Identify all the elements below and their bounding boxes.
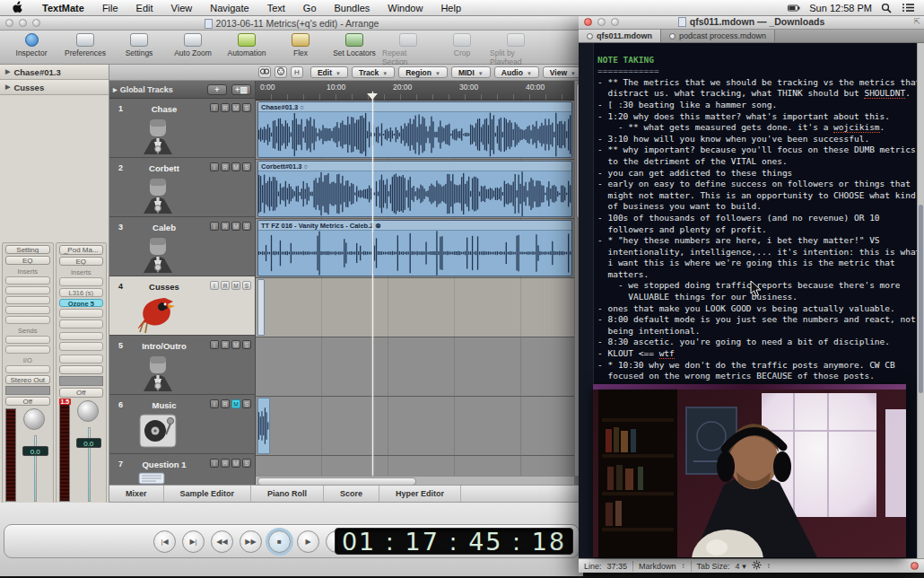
insert-slot-empty[interactable] [5,296,50,304]
automation-button[interactable]: Automation [221,33,273,57]
input-monitor-button[interactable]: I [210,459,219,468]
inspector-disclosure-chase-01-3[interactable]: ▶Chase#01.3 [0,65,109,80]
tab-size-selector[interactable]: 4 ▾ [736,562,746,571]
automation-mode-button[interactable]: Off [59,388,104,398]
track-row-corbett[interactable]: 2CorbettIRMS [109,158,255,217]
tab-hyper-editor[interactable]: Hyper Editor [379,486,461,502]
solo-button[interactable]: S [242,103,251,112]
insert-slot-empty[interactable] [5,276,50,285]
menu-help[interactable]: Help [431,0,470,16]
play-button[interactable]: ▶ [297,530,319,553]
input-monitor-button[interactable]: I [210,399,219,408]
track-row-music[interactable]: 6MusicIRMS [109,395,255,454]
record-enable-button[interactable]: R [221,162,230,171]
audio-region-empty[interactable] [257,279,265,336]
inspector-button[interactable]: Inspector [5,33,57,57]
textmate-close-button[interactable] [584,18,592,26]
solo-button[interactable]: S [242,459,251,468]
audio-region-tt-fz-016-vanity-metrics-caleb-2[interactable]: TT FZ 016 - Vanity Metrics - Caleb.2 ⊗ [257,220,572,276]
forward-button[interactable]: ▶▶ [240,530,262,553]
automation-mode-button[interactable]: Off [5,397,50,406]
insert-slot-empty[interactable] [5,286,50,294]
tab-sample-editor[interactable]: Sample Editor [164,486,252,502]
record-enable-button[interactable]: R [221,340,230,349]
io-slot[interactable] [5,365,50,373]
mute-button[interactable]: M [231,281,240,290]
daw-title-bar[interactable]: 2013-06-11 Metrics(+q's edit) - Arrange [0,16,583,31]
flex-button[interactable]: Flex [275,33,327,57]
pan-knob[interactable] [77,400,99,422]
tab-close-icon[interactable] [587,33,593,39]
textmate-title-bar[interactable]: qfs011.mdown — _Downloads ⇱ [579,14,924,30]
record-enable-button[interactable]: R [221,222,230,231]
language-stepper-icon[interactable]: ↕ [682,562,685,570]
mute-button[interactable]: M [231,162,240,171]
insert-slot-l316-s[interactable]: L316 (s) [59,288,104,297]
input-monitor-button[interactable]: I [210,103,219,112]
playhead-line[interactable] [372,92,373,476]
spotlight-icon[interactable] [881,3,893,13]
tab-score[interactable]: Score [324,486,379,502]
playhead-marker-icon[interactable] [367,93,378,100]
inspector-disclosure-cusses[interactable]: ▶Cusses [0,80,109,95]
insert-slot-empty[interactable] [59,309,104,318]
solo-button[interactable]: S [242,399,251,408]
audio-region-chase-01-3[interactable]: Chase#01.3 ○ [257,101,572,158]
solo-button[interactable]: S [242,340,251,349]
record-enable-button[interactable]: R [221,459,230,468]
record-enable-button[interactable]: R [221,103,230,112]
track-row-question-1[interactable]: 7Question 1IRMS [109,454,255,485]
input-monitor-button[interactable]: I [210,340,219,349]
link-icon[interactable] [258,66,271,78]
global-tracks-header[interactable]: ▶ Global Tracks + +▥ [109,81,255,99]
arrange-lane-intro-outro[interactable] [256,337,574,397]
audio-region-small[interactable] [257,398,270,454]
battery-icon[interactable] [788,3,800,13]
menu-edit-local[interactable]: Edit▼ [310,66,348,78]
go-to-beginning-button[interactable]: |◀ [153,530,176,553]
menu-midi-local[interactable]: MIDI▼ [451,66,491,78]
tab-podcast-process-mdown[interactable]: podcast process.mdown [661,30,775,42]
menu-go[interactable]: Go [294,0,326,16]
insert-slot-ozone-5[interactable]: Ozone 5 [59,299,104,308]
textmate-scrollbar[interactable] [917,43,924,558]
pan-knob[interactable] [23,408,45,430]
menu-text[interactable]: Text [258,0,294,16]
solo-button[interactable]: S [242,222,251,231]
input-monitor-button[interactable]: I [210,222,219,231]
menu-view-local[interactable]: View▼ [543,66,583,78]
menu-audio-local[interactable]: Audio▼ [494,66,539,78]
insert-slot-empty[interactable] [5,316,50,324]
record-enable-button[interactable]: R [221,399,230,408]
track-row-chase[interactable]: 1ChaseIRMS [109,99,255,158]
output-button[interactable] [59,365,104,375]
tab-qfs011-mdown[interactable]: qfs011.mdown [579,30,661,42]
insert-slot-empty[interactable] [59,320,104,328]
eq-button[interactable]: EQ [5,256,50,265]
mute-button[interactable]: M [231,459,240,468]
arrange-lane-music[interactable] [256,397,574,456]
io-slot[interactable] [59,355,104,363]
add-track-button[interactable]: + [207,84,227,95]
menu-textmate[interactable]: TextMate [33,0,93,16]
output-button[interactable]: Stereo Out [5,375,50,384]
solo-button[interactable]: S [242,162,251,171]
send-slot-empty[interactable] [59,332,104,341]
menu-track-local[interactable]: Track▼ [352,66,395,78]
input-monitor-button[interactable]: I [210,281,219,290]
arrange-lane-corbett[interactable]: Corbett#01.3 ○ [256,160,574,219]
language-selector[interactable]: Markdown [639,562,676,571]
menu-bundles[interactable]: Bundles [326,0,379,16]
menu-window[interactable]: Window [379,0,431,16]
track-row-intro-outro[interactable]: 5Intro/OutroIRMS [109,336,255,395]
settings-stepper-icon[interactable]: ↕ [767,562,771,570]
gear-icon[interactable] [752,560,762,572]
channel-setting-button[interactable]: _Pod Ma... [59,245,104,255]
menu-file[interactable]: File [93,0,127,16]
tab-mixer[interactable]: Mixer [109,486,164,502]
arrange-horizontal-scrollbar[interactable] [256,476,574,485]
menu-view[interactable]: View [162,0,202,16]
rewind-button[interactable]: ◀◀ [211,530,233,553]
mute-button[interactable]: M [231,399,240,408]
menu-bar-clock[interactable]: Sun 12:58 PM [809,3,872,13]
